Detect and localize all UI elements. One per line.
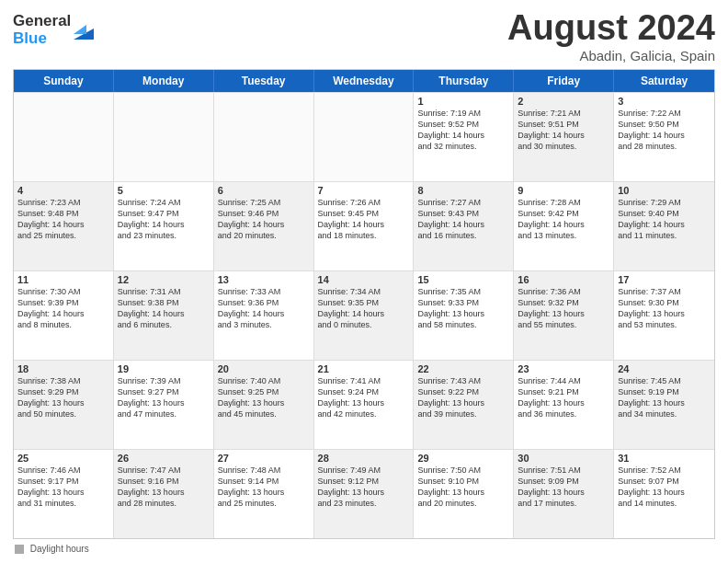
day-number: 25 — [17, 453, 109, 464]
day-number: 3 — [618, 96, 711, 107]
footer-label: Daylight hours — [30, 544, 89, 554]
cal-cell: 29Sunrise: 7:50 AM Sunset: 9:10 PM Dayli… — [414, 450, 514, 538]
subtitle: Abadin, Galicia, Spain — [507, 48, 715, 63]
cal-row: 1Sunrise: 7:19 AM Sunset: 9:52 PM Daylig… — [14, 92, 714, 181]
cell-info: Sunrise: 7:31 AM Sunset: 9:38 PM Dayligh… — [118, 286, 210, 331]
cal-cell: 11Sunrise: 7:30 AM Sunset: 9:39 PM Dayli… — [14, 271, 114, 360]
cal-header-cell: Friday — [514, 70, 614, 92]
calendar-body: 1Sunrise: 7:19 AM Sunset: 9:52 PM Daylig… — [14, 92, 714, 538]
day-number: 1 — [417, 96, 509, 107]
day-number: 5 — [118, 185, 210, 196]
footer-dot — [15, 545, 24, 554]
cal-cell: 15Sunrise: 7:35 AM Sunset: 9:33 PM Dayli… — [414, 271, 514, 360]
svg-marker-1 — [74, 25, 86, 34]
cell-info: Sunrise: 7:40 AM Sunset: 9:25 PM Dayligh… — [218, 375, 310, 420]
day-number: 7 — [318, 185, 410, 196]
cell-info: Sunrise: 7:21 AM Sunset: 9:51 PM Dayligh… — [518, 108, 609, 153]
cal-cell: 1Sunrise: 7:19 AM Sunset: 9:52 PM Daylig… — [414, 93, 514, 181]
day-number: 21 — [318, 363, 410, 374]
cal-cell: 23Sunrise: 7:44 AM Sunset: 9:21 PM Dayli… — [514, 361, 614, 449]
cell-info: Sunrise: 7:28 AM Sunset: 9:42 PM Dayligh… — [518, 197, 609, 242]
day-number: 13 — [218, 274, 310, 285]
cell-info: Sunrise: 7:23 AM Sunset: 9:48 PM Dayligh… — [17, 197, 109, 242]
cal-cell: 22Sunrise: 7:43 AM Sunset: 9:22 PM Dayli… — [414, 361, 514, 449]
cell-info: Sunrise: 7:19 AM Sunset: 9:52 PM Dayligh… — [417, 108, 509, 153]
cal-header-cell: Wednesday — [314, 70, 415, 92]
cell-info: Sunrise: 7:26 AM Sunset: 9:45 PM Dayligh… — [318, 197, 410, 242]
cal-cell: 28Sunrise: 7:49 AM Sunset: 9:12 PM Dayli… — [314, 450, 415, 538]
logo: General Blue — [13, 13, 94, 47]
cell-info: Sunrise: 7:45 AM Sunset: 9:19 PM Dayligh… — [618, 375, 711, 420]
cal-cell: 3Sunrise: 7:22 AM Sunset: 9:50 PM Daylig… — [614, 93, 714, 181]
cell-info: Sunrise: 7:30 AM Sunset: 9:39 PM Dayligh… — [17, 286, 109, 331]
day-number: 24 — [618, 363, 711, 374]
cell-info: Sunrise: 7:38 AM Sunset: 9:29 PM Dayligh… — [17, 375, 109, 420]
title-block: August 2024 Abadin, Galicia, Spain — [507, 9, 715, 63]
day-number: 29 — [417, 453, 509, 464]
cell-info: Sunrise: 7:52 AM Sunset: 9:07 PM Dayligh… — [618, 465, 711, 510]
cal-cell — [114, 93, 214, 181]
day-number: 20 — [218, 363, 310, 374]
cell-info: Sunrise: 7:39 AM Sunset: 9:27 PM Dayligh… — [118, 375, 210, 420]
cal-cell: 13Sunrise: 7:33 AM Sunset: 9:36 PM Dayli… — [214, 271, 314, 360]
cal-row: 11Sunrise: 7:30 AM Sunset: 9:39 PM Dayli… — [14, 270, 714, 360]
cal-cell: 25Sunrise: 7:46 AM Sunset: 9:17 PM Dayli… — [14, 450, 114, 538]
cal-cell: 17Sunrise: 7:37 AM Sunset: 9:30 PM Dayli… — [614, 271, 714, 360]
cal-cell: 14Sunrise: 7:34 AM Sunset: 9:35 PM Dayli… — [314, 271, 415, 360]
day-number: 17 — [618, 274, 711, 285]
cal-cell: 31Sunrise: 7:52 AM Sunset: 9:07 PM Dayli… — [614, 450, 714, 538]
cell-info: Sunrise: 7:48 AM Sunset: 9:14 PM Dayligh… — [218, 465, 310, 510]
cell-info: Sunrise: 7:34 AM Sunset: 9:35 PM Dayligh… — [318, 286, 410, 331]
cell-info: Sunrise: 7:33 AM Sunset: 9:36 PM Dayligh… — [218, 286, 310, 331]
cal-header-cell: Tuesday — [214, 70, 314, 92]
cell-info: Sunrise: 7:36 AM Sunset: 9:32 PM Dayligh… — [518, 286, 609, 331]
cal-cell: 16Sunrise: 7:36 AM Sunset: 9:32 PM Dayli… — [514, 271, 614, 360]
cal-cell — [14, 93, 114, 181]
day-number: 11 — [17, 274, 109, 285]
cal-header-cell: Thursday — [414, 70, 514, 92]
day-number: 16 — [518, 274, 609, 285]
cal-cell: 19Sunrise: 7:39 AM Sunset: 9:27 PM Dayli… — [114, 361, 214, 449]
cal-cell: 21Sunrise: 7:41 AM Sunset: 9:24 PM Dayli… — [314, 361, 415, 449]
cal-header-cell: Monday — [114, 70, 214, 92]
main-title: August 2024 — [507, 9, 715, 48]
logo-text: General Blue — [13, 13, 71, 47]
cal-cell — [314, 93, 415, 181]
cal-cell: 27Sunrise: 7:48 AM Sunset: 9:14 PM Dayli… — [214, 450, 314, 538]
calendar-header: SundayMondayTuesdayWednesdayThursdayFrid… — [14, 70, 714, 92]
day-number: 14 — [318, 274, 410, 285]
cal-cell: 6Sunrise: 7:25 AM Sunset: 9:46 PM Daylig… — [214, 182, 314, 270]
page: General Blue August 2024 Abadin, Galicia… — [0, 0, 728, 563]
cell-info: Sunrise: 7:25 AM Sunset: 9:46 PM Dayligh… — [218, 197, 310, 242]
cell-info: Sunrise: 7:47 AM Sunset: 9:16 PM Dayligh… — [118, 465, 210, 510]
cell-info: Sunrise: 7:41 AM Sunset: 9:24 PM Dayligh… — [318, 375, 410, 420]
cell-info: Sunrise: 7:29 AM Sunset: 9:40 PM Dayligh… — [618, 197, 711, 242]
cal-cell: 30Sunrise: 7:51 AM Sunset: 9:09 PM Dayli… — [514, 450, 614, 538]
day-number: 26 — [118, 453, 210, 464]
cell-info: Sunrise: 7:24 AM Sunset: 9:47 PM Dayligh… — [118, 197, 210, 242]
day-number: 2 — [518, 96, 609, 107]
logo-general: General — [13, 13, 71, 30]
day-number: 19 — [118, 363, 210, 374]
cell-info: Sunrise: 7:49 AM Sunset: 9:12 PM Dayligh… — [318, 465, 410, 510]
cal-cell: 18Sunrise: 7:38 AM Sunset: 9:29 PM Dayli… — [14, 361, 114, 449]
logo-icon — [74, 16, 94, 40]
cal-cell — [214, 93, 314, 181]
calendar: SundayMondayTuesdayWednesdayThursdayFrid… — [13, 69, 715, 539]
cell-info: Sunrise: 7:27 AM Sunset: 9:43 PM Dayligh… — [417, 197, 509, 242]
day-number: 12 — [118, 274, 210, 285]
day-number: 30 — [518, 453, 609, 464]
day-number: 8 — [417, 185, 509, 196]
cell-info: Sunrise: 7:50 AM Sunset: 9:10 PM Dayligh… — [417, 465, 509, 510]
cal-row: 18Sunrise: 7:38 AM Sunset: 9:29 PM Dayli… — [14, 360, 714, 449]
cal-row: 25Sunrise: 7:46 AM Sunset: 9:17 PM Dayli… — [14, 449, 714, 538]
cell-info: Sunrise: 7:22 AM Sunset: 9:50 PM Dayligh… — [618, 108, 711, 153]
cell-info: Sunrise: 7:46 AM Sunset: 9:17 PM Dayligh… — [17, 465, 109, 510]
cal-row: 4Sunrise: 7:23 AM Sunset: 9:48 PM Daylig… — [14, 181, 714, 270]
day-number: 27 — [218, 453, 310, 464]
footer: Daylight hours — [13, 544, 715, 554]
day-number: 18 — [17, 363, 109, 374]
cal-cell: 4Sunrise: 7:23 AM Sunset: 9:48 PM Daylig… — [14, 182, 114, 270]
cell-info: Sunrise: 7:35 AM Sunset: 9:33 PM Dayligh… — [417, 286, 509, 331]
cell-info: Sunrise: 7:43 AM Sunset: 9:22 PM Dayligh… — [417, 375, 509, 420]
